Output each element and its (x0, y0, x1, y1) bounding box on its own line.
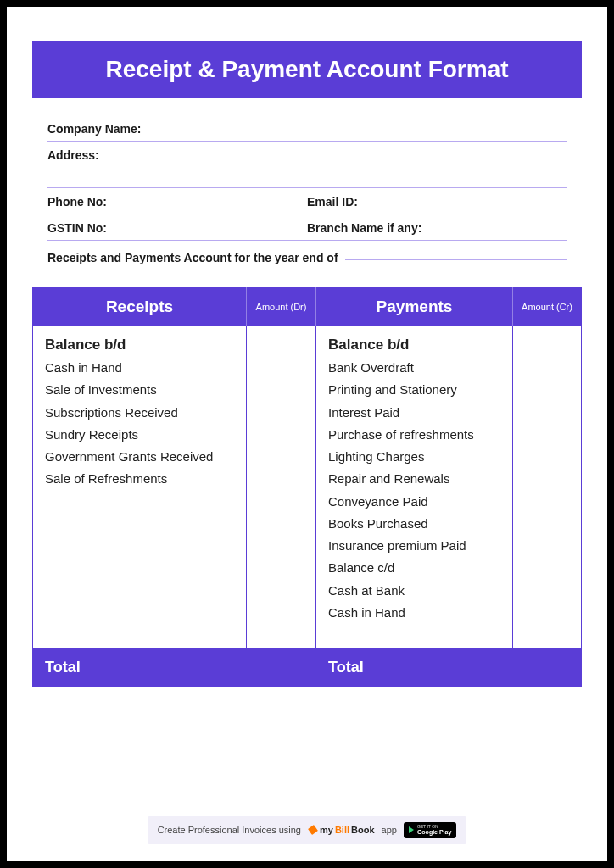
google-play-badge[interactable]: GET IT ON Google Play (404, 822, 456, 838)
table-header-row: Receipts Amount (Dr) Payments Amount (Cr… (33, 287, 581, 326)
company-name-label: Company Name: (47, 122, 567, 136)
page-title: Receipt & Payment Account Format (32, 41, 582, 98)
address-label: Address: (47, 148, 567, 162)
list-item: Books Purchased (328, 513, 500, 535)
branch-label: Branch Name if any: (307, 221, 567, 235)
phone-email-row: Phone No: Email ID: (47, 188, 567, 214)
receipts-header: Receipts (33, 287, 247, 326)
total-left: Total (33, 648, 247, 687)
list-item: Conveyance Paid (328, 491, 500, 513)
document-page: Receipt & Payment Account Format Company… (7, 7, 607, 861)
footer-app-text: app (382, 825, 397, 835)
year-end-line (345, 259, 567, 260)
phone-label: Phone No: (47, 195, 307, 209)
page-footer: Create Professional Invoices using myBil… (32, 803, 582, 844)
list-item: Sundry Receipts (45, 424, 234, 446)
payments-items: Bank OverdraftPrinting and StationeryInt… (328, 357, 500, 624)
receipts-items: Cash in HandSale of InvestmentsSubscript… (45, 357, 234, 491)
brand-my: my (320, 825, 333, 835)
company-name-row: Company Name: (47, 115, 567, 142)
brand-logo: myBillBook (308, 825, 375, 835)
amount-dr-column (247, 326, 316, 648)
list-item: Subscriptions Received (45, 402, 234, 424)
gplay-line2: Google Play (417, 829, 451, 836)
gstin-label: GSTIN No: (47, 221, 307, 235)
brand-bill: Bill (335, 825, 349, 835)
list-item: Balance c/d (328, 557, 500, 579)
list-item: Repair and Renewals (328, 468, 500, 490)
amount-cr-column (513, 326, 581, 648)
email-label: Email ID: (307, 195, 567, 209)
table-footer-row: Total Total (33, 648, 581, 687)
play-text: GET IT ON Google Play (417, 825, 451, 836)
total-cr (513, 648, 581, 687)
list-item: Cash in Hand (45, 357, 234, 379)
address-row: Address: (47, 142, 567, 188)
list-item: Lighting Charges (328, 446, 500, 468)
total-right: Total (316, 648, 513, 687)
table-body: Balance b/d Cash in HandSale of Investme… (33, 326, 581, 648)
amount-cr-header: Amount (Cr) (513, 287, 581, 326)
list-item: Insurance premium Paid (328, 535, 500, 557)
list-item: Purchase of refreshments (328, 424, 500, 446)
footer-text: Create Professional Invoices using (158, 825, 301, 835)
receipts-payments-table: Receipts Amount (Dr) Payments Amount (Cr… (32, 287, 582, 687)
amount-dr-header: Amount (Dr) (247, 287, 316, 326)
list-item: Sale of Investments (45, 379, 234, 401)
payments-header: Payments (316, 287, 513, 326)
payments-balance-heading: Balance b/d (328, 337, 500, 353)
footer-banner: Create Professional Invoices using myBil… (148, 816, 467, 844)
gstin-branch-row: GSTIN No: Branch Name if any: (47, 214, 567, 241)
play-icon (409, 826, 414, 833)
payments-column: Balance b/d Bank OverdraftPrinting and S… (316, 326, 513, 648)
list-item: Cash at Bank (328, 580, 500, 602)
list-item: Sale of Refreshments (45, 468, 234, 490)
year-end-row: Receipts and Payments Account for the ye… (47, 241, 567, 264)
receipts-column: Balance b/d Cash in HandSale of Investme… (33, 326, 247, 648)
list-item: Cash in Hand (328, 602, 500, 624)
receipts-balance-heading: Balance b/d (45, 337, 234, 353)
leaf-icon (307, 824, 319, 836)
year-end-label: Receipts and Payments Account for the ye… (47, 251, 338, 264)
gplay-line1: GET IT ON (417, 825, 451, 830)
brand-book: Book (351, 825, 375, 835)
list-item: Government Grants Received (45, 446, 234, 468)
company-info-block: Company Name: Address: Phone No: Email I… (32, 98, 582, 273)
list-item: Bank Overdraft (328, 357, 500, 379)
list-item: Printing and Stationery (328, 379, 500, 401)
total-dr (247, 648, 316, 687)
list-item: Interest Paid (328, 402, 500, 424)
